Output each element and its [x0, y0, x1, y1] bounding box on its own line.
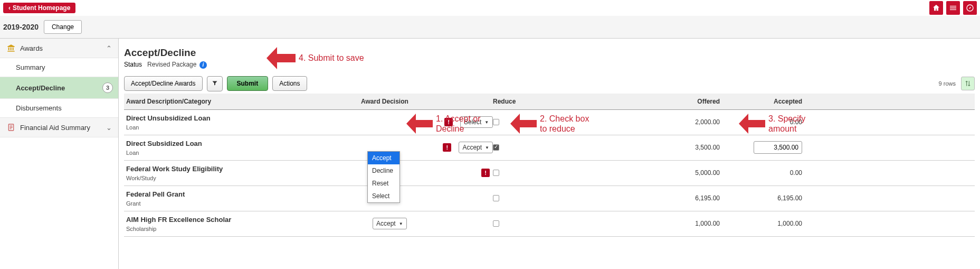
award-name: Federal Pell Grant	[126, 190, 361, 198]
reduce-checkbox[interactable]	[493, 119, 499, 125]
sidebar-section-label: Financial Aid Summary	[20, 124, 90, 132]
change-year-button[interactable]: Change	[44, 20, 82, 34]
col-header-reduce: Reduce	[493, 98, 614, 105]
alert-icon: !	[481, 169, 490, 177]
chevron-up-icon: ⌃	[106, 44, 112, 52]
status-row: Status Revised Package i	[124, 61, 975, 69]
sidebar-item-label: Summary	[16, 63, 45, 71]
table-row: AIM High FR Excellence Scholar Scholarsh…	[124, 211, 975, 237]
award-category: Loan	[126, 150, 361, 156]
col-header-accepted: Accepted	[720, 98, 804, 105]
reduce-checkbox[interactable]	[493, 170, 499, 176]
clipboard-icon	[6, 123, 16, 132]
award-name: AIM High FR Excellence Scholar	[126, 216, 361, 224]
chevron-down-icon: ▼	[484, 120, 489, 125]
award-name: Direct Unsubsidized Loan	[126, 114, 361, 122]
offered-amount: 3,500.00	[614, 144, 720, 151]
top-icons	[929, 1, 977, 15]
menu-icon[interactable]	[946, 1, 960, 15]
award-category: Work/Study	[126, 175, 361, 181]
col-header-decision: Award Decision	[361, 98, 493, 105]
col-header-description: Award Description/Category	[126, 98, 361, 105]
year-label: 2019-2020	[3, 23, 39, 31]
alert-icon: !	[444, 118, 453, 126]
back-label: Student Homepage	[13, 4, 70, 12]
alert-icon: !	[443, 143, 451, 152]
accepted-amount: 1,000.00	[720, 220, 804, 227]
home-icon[interactable]	[929, 1, 943, 15]
table-row: Direct Subsidized Loan Loan ! Accept ▼ 3…	[124, 135, 975, 161]
chevron-down-icon: ▼	[399, 221, 403, 226]
top-bar: ‹ Student Homepage	[0, 0, 980, 16]
award-category: Loan	[126, 124, 361, 131]
dropdown-option[interactable]: Decline	[368, 164, 399, 177]
accepted-amount: 6,195.00	[720, 194, 804, 202]
back-button[interactable]: ‹ Student Homepage	[3, 3, 75, 13]
dropdown-option[interactable]: Select	[368, 190, 399, 202]
reduce-checkbox[interactable]	[493, 220, 499, 227]
sidebar-section-financial-aid-summary[interactable]: Financial Aid Summary ⌄	[0, 118, 118, 137]
award-name: Direct Subsidized Loan	[126, 140, 361, 147]
sidebar: Awards ⌃ Summary Accept/Decline 3 Disbur…	[0, 39, 119, 269]
decision-select[interactable]: Accept ▼	[459, 142, 493, 153]
row-count-label: 9 rows	[939, 80, 956, 87]
sidebar-item-label: Accept/Decline	[16, 84, 65, 92]
filter-button[interactable]	[207, 76, 223, 91]
info-icon[interactable]: i	[199, 61, 207, 69]
sidebar-section-label: Awards	[20, 44, 43, 52]
sidebar-item-disbursements[interactable]: Disbursements	[0, 99, 118, 118]
sort-button[interactable]	[961, 77, 975, 90]
status-value: Revised Package	[147, 61, 196, 68]
status-label: Status	[124, 61, 142, 68]
decision-dropdown[interactable]: Accept Decline Reset Select	[367, 151, 400, 203]
badge-count: 3	[102, 82, 113, 93]
accept-decline-awards-button[interactable]: Accept/Decline Awards	[124, 76, 203, 91]
select-value: Accept	[462, 144, 482, 151]
offered-amount: 5,000.00	[614, 169, 720, 177]
award-category: Grant	[126, 200, 361, 207]
table-row: Federal Work Study Eligibility Work/Stud…	[124, 161, 975, 186]
compass-icon[interactable]	[963, 1, 977, 15]
reduce-checkbox[interactable]	[493, 195, 499, 201]
table-row: Direct Unsubsidized Loan Loan ! Select ▼…	[124, 110, 975, 135]
accepted-amount: 0.00	[720, 169, 804, 177]
actions-button[interactable]: Actions	[272, 76, 307, 91]
offered-amount: 6,195.00	[614, 194, 720, 202]
bank-icon	[6, 44, 16, 52]
col-header-offered: Offered	[614, 98, 720, 105]
sidebar-item-accept-decline[interactable]: Accept/Decline 3	[0, 77, 118, 99]
select-value: Select	[464, 118, 481, 126]
decision-select[interactable]: Select ▼	[460, 116, 493, 128]
dropdown-option[interactable]: Reset	[368, 177, 399, 190]
accepted-amount: 0.00	[720, 118, 804, 126]
offered-amount: 2,000.00	[614, 118, 720, 126]
sidebar-item-summary[interactable]: Summary	[0, 58, 118, 77]
award-name: Federal Work Study Eligibility	[126, 165, 361, 173]
page-title: Accept/Decline	[124, 47, 975, 59]
filter-icon	[212, 80, 218, 86]
year-bar: 2019-2020 Change	[0, 16, 980, 39]
decision-select[interactable]: Accept ▼	[373, 218, 407, 229]
sidebar-item-label: Disbursements	[16, 104, 62, 112]
dropdown-option[interactable]: Accept	[368, 152, 399, 164]
accepted-amount-input[interactable]	[754, 141, 802, 154]
award-category: Scholarship	[126, 226, 361, 232]
chevron-down-icon: ▼	[485, 145, 489, 150]
toolbar: Accept/Decline Awards Submit Actions 9 r…	[124, 76, 975, 91]
submit-button[interactable]: Submit	[227, 76, 269, 91]
chevron-down-icon: ⌄	[106, 124, 112, 132]
sidebar-section-awards[interactable]: Awards ⌃	[0, 39, 118, 58]
select-value: Accept	[376, 220, 396, 227]
reduce-checkbox[interactable]	[493, 144, 499, 151]
main-content: Accept/Decline Status Revised Package i …	[119, 39, 980, 269]
chevron-left-icon: ‹	[8, 4, 11, 12]
grid-header: Award Description/Category Award Decisio…	[124, 94, 975, 110]
offered-amount: 1,000.00	[614, 220, 720, 227]
table-row: Federal Pell Grant Grant 6,195.00 6,195.…	[124, 186, 975, 211]
